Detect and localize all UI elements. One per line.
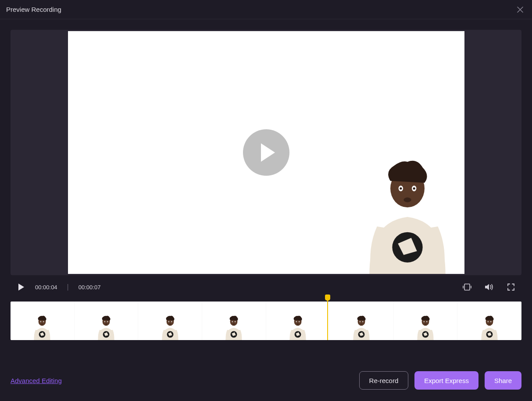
total-time: 00:00:07 (79, 284, 101, 291)
play-icon (259, 142, 277, 163)
titlebar: Preview Recording (0, 0, 532, 19)
timeline-thumb[interactable] (457, 302, 521, 340)
timeline-thumb[interactable] (11, 302, 75, 340)
crop-button[interactable] (461, 281, 473, 293)
volume-button[interactable] (483, 281, 495, 293)
timeline-thumb[interactable] (202, 302, 266, 340)
fullscreen-icon (507, 283, 515, 291)
export-express-button[interactable]: Export Express (414, 371, 478, 390)
volume-icon (484, 283, 494, 291)
timeline-thumb[interactable] (138, 302, 202, 340)
crop-icon (462, 283, 472, 291)
re-record-button[interactable]: Re-record (359, 371, 409, 390)
advanced-editing-link[interactable]: Advanced Editing (11, 377, 62, 384)
close-button[interactable] (514, 4, 526, 15)
timeline-thumb[interactable] (75, 302, 139, 340)
timeline-thumb[interactable] (394, 302, 458, 340)
playhead[interactable] (327, 295, 328, 340)
share-button[interactable]: Share (485, 371, 521, 390)
timeline-thumb[interactable] (266, 302, 330, 340)
preview-area (11, 30, 521, 275)
svg-rect-7 (464, 284, 470, 290)
time-separator: | (67, 283, 69, 291)
timeline-strip[interactable] (11, 302, 521, 340)
fullscreen-button[interactable] (505, 281, 517, 293)
video-canvas (67, 30, 465, 275)
close-icon (517, 7, 523, 13)
transport-bar: 00:00:04 | 00:00:07 (11, 275, 521, 299)
current-time: 00:00:04 (35, 284, 57, 291)
play-button[interactable] (15, 281, 27, 293)
avatar-character (359, 160, 456, 274)
play-icon (18, 283, 25, 291)
timeline-thumb[interactable] (330, 302, 394, 340)
dialog-title: Preview Recording (6, 6, 61, 13)
timeline[interactable] (11, 302, 521, 340)
play-overlay-button[interactable] (243, 129, 289, 176)
footer: Advanced Editing Re-record Export Expres… (0, 360, 532, 401)
